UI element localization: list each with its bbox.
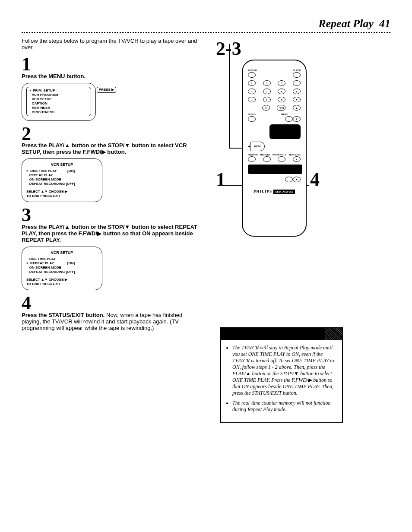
- callout-4: 4: [310, 168, 320, 190]
- step-4-number: 4: [22, 294, 203, 312]
- rew-button[interactable]: REW: [250, 142, 265, 151]
- trackminus-button[interactable]: ▼: [293, 177, 301, 182]
- volplus-button[interactable]: ▲: [293, 105, 301, 111]
- dark-block: [269, 124, 301, 139]
- title-text: Repeat Play: [318, 17, 374, 30]
- callout-line: [222, 185, 242, 186]
- divider: [22, 32, 390, 33]
- right-column: 2-3 1 4 POWERSLEEP 1 2 3: [216, 38, 389, 423]
- num-4-button[interactable]: 4: [248, 89, 256, 94]
- remote-control: POWERSLEEP 1 2 3 4 5 6 ▲: [242, 60, 307, 237]
- osd-screen-2: VCR SETUP > ONE TIME PLAY [ON] REPEAT PL…: [22, 158, 102, 202]
- osd1-inner: > PRIM. SETUP VCR PROGRAM VCR SETUP CAPT…: [26, 87, 91, 116]
- remote-brand: PHILIPS MAGNAVOX: [248, 189, 301, 193]
- sleep-button[interactable]: [293, 72, 301, 78]
- ach-button[interactable]: [293, 80, 301, 86]
- step-3-number: 3: [22, 206, 203, 224]
- smooth-button[interactable]: [248, 156, 256, 162]
- hints-header: [221, 328, 342, 340]
- pause-button[interactable]: [278, 156, 285, 162]
- num-5-button[interactable]: 5: [263, 89, 271, 94]
- press-tag: PRESS ▶: [97, 87, 116, 93]
- chminus-button[interactable]: ▼: [293, 97, 301, 102]
- step-2-number: 2: [22, 125, 203, 142]
- hint-item: The real-time counter memory will not fu…: [232, 400, 337, 413]
- plus100-button[interactable]: +100: [277, 105, 285, 111]
- num-0-button[interactable]: 0: [262, 105, 270, 111]
- callout-line: [229, 44, 230, 148]
- intro-text: Follow the steps below to program the TV…: [22, 38, 203, 51]
- step-2-text: Press the PLAY/▲ button or the STOP/▼ bu…: [22, 142, 203, 155]
- num-1-button[interactable]: 1: [248, 80, 256, 86]
- remote-diagram: 1 4 POWERSLEEP 1 2 3 4 5: [216, 60, 389, 250]
- page-number: 41: [379, 17, 390, 30]
- callout-1: 1: [216, 168, 225, 190]
- volminus-button[interactable]: ▼: [293, 116, 301, 122]
- clear-button[interactable]: [285, 177, 293, 182]
- power-button[interactable]: [248, 72, 256, 78]
- step-1-text: Press the MENU button.: [22, 73, 203, 79]
- callout-line: [229, 148, 242, 149]
- dark-block-2: [248, 165, 302, 174]
- hints-body: The TV/VCR will stay in Repeat Play mode…: [221, 340, 342, 422]
- num-3-button[interactable]: 3: [278, 80, 285, 86]
- step-4-text: Press the STATUS/EXIT button. Now, when …: [22, 312, 203, 331]
- step-3-text: Press the PLAY/▲ button or the STOP/▼ bu…: [22, 224, 203, 243]
- page-title: Repeat Play 41: [22, 17, 390, 30]
- num-7-button[interactable]: 7: [248, 97, 256, 102]
- chplus-button[interactable]: ▲: [293, 89, 301, 94]
- num-8-button[interactable]: 8: [263, 97, 271, 102]
- memory-button[interactable]: [263, 156, 271, 162]
- num-6-button[interactable]: 6: [278, 89, 285, 94]
- hint-item: The TV/VCR will stay in Repeat Play mode…: [232, 345, 337, 396]
- step-1-number: 1: [22, 56, 203, 73]
- helpful-hints-box: The TV/VCR will stay in Repeat Play mode…: [220, 327, 343, 423]
- osd-screen-3: VCR SETUP ONE TIME PLAY > REPEAT PLAY [O…: [22, 247, 102, 290]
- trackplus-button[interactable]: ▲: [293, 156, 301, 162]
- osd-screen-1: PRESS ▶ > PRIM. SETUP VCR PROGRAM VCR SE…: [22, 83, 96, 121]
- left-column: Follow the steps below to program the TV…: [22, 38, 203, 423]
- mute-button[interactable]: [285, 116, 293, 122]
- num-9-button[interactable]: 9: [278, 97, 285, 102]
- callout-2-3: 2-3: [216, 38, 389, 60]
- speed-button[interactable]: [248, 116, 256, 122]
- num-2-button[interactable]: 2: [263, 80, 271, 86]
